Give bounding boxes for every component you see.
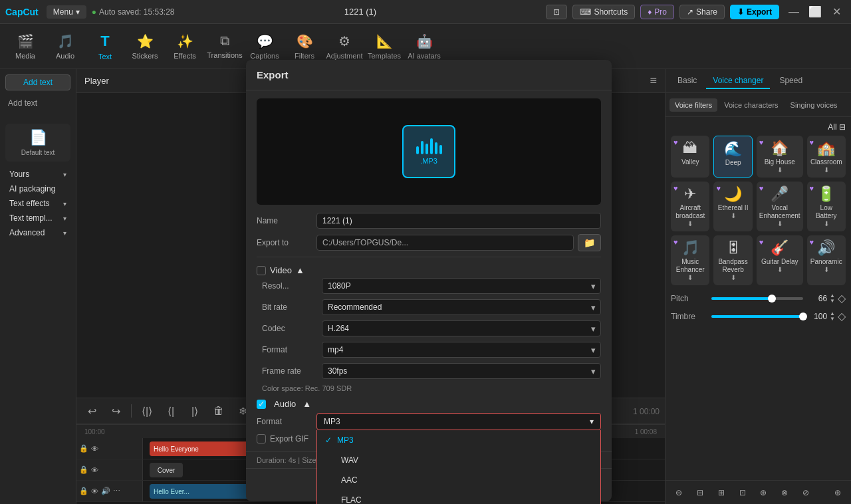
bandpass-dl: ⬇ (716, 274, 749, 281)
audio-format-trigger[interactable]: MP3 ▾ (316, 413, 601, 430)
sidebar-item-text-templates[interactable]: Text templ... ▾ (5, 211, 70, 225)
add-text-button[interactable]: Add text (5, 74, 70, 90)
filter-card-low-battery[interactable]: ♥ 🔋 Low Battery ⬇ (807, 182, 846, 231)
pro-btn[interactable]: ♦ Pro (640, 5, 674, 19)
gif-checkbox[interactable] (257, 434, 266, 443)
bitrate-select[interactable]: Recommended Low High (322, 299, 601, 315)
audio-checkbox[interactable]: ✓ (257, 400, 266, 409)
toolbar-stickers[interactable]: ⭐ Stickers (125, 27, 165, 66)
align-start-btn[interactable]: ⟨| (161, 401, 181, 421)
pitch-track[interactable] (711, 297, 803, 300)
player-menu-icon[interactable]: ≡ (650, 74, 657, 88)
audio-icon: 🎵 (57, 33, 74, 49)
audio-tool-7[interactable]: ⊘ (796, 483, 815, 502)
sub-tab-singing-voices[interactable]: Singing voices (785, 98, 843, 112)
video-checkbox[interactable] (257, 266, 266, 275)
timbre-thumb[interactable] (799, 313, 807, 320)
browse-button[interactable]: 📁 (578, 234, 601, 251)
track-lock-icon-2[interactable]: 🔒 (79, 465, 88, 474)
sub-tab-voice-filters[interactable]: Voice filters (669, 98, 717, 112)
toolbar-media[interactable]: 🎬 Media (5, 27, 45, 66)
filter-card-ethereal[interactable]: ♥ 🌙 Ethereal II ⬇ (713, 182, 752, 231)
undo-btn[interactable]: ↩ (82, 401, 102, 421)
filter-card-music-enhancer[interactable]: ♥ 🎵 Music Enhancer ⬇ (671, 235, 709, 285)
filter-all-btn[interactable]: All ⊟ (828, 122, 846, 132)
filter-card-valley[interactable]: ♥ 🏔 Valley (671, 136, 709, 178)
pitch-thumb[interactable] (768, 295, 776, 303)
filter-card-deep[interactable]: 🌊 Deep (713, 136, 752, 178)
align-end-btn[interactable]: |⟩ (185, 401, 205, 421)
codec-select[interactable]: H.264 H.265 (322, 320, 601, 336)
export-path-text: C:/Users/TOPGUS/De... (316, 235, 574, 251)
timbre-arrows[interactable]: ▲ ▼ (830, 311, 835, 322)
tab-voice-changer[interactable]: Voice changer (706, 73, 770, 89)
autosave-status: ● Auto saved: 15:53:28 (92, 7, 175, 17)
pitch-reset-icon[interactable]: ◇ (838, 292, 846, 305)
audio-tool-4[interactable]: ⊡ (733, 483, 752, 502)
screen-btn[interactable]: ⊡ (546, 5, 567, 19)
name-value[interactable] (316, 213, 601, 229)
filter-card-classroom[interactable]: ♥ 🏫 Classroom ⬇ (807, 136, 846, 178)
pitch-arrows[interactable]: ▲ ▼ (830, 293, 835, 304)
export-gif-label: Export GIF (270, 434, 308, 443)
filter-card-bandpass[interactable]: 🎛 Bandpass Reverb ⬇ (713, 235, 752, 285)
filter-card-aircraft[interactable]: ♥ ✈ Aircraft broadcast ⬇ (671, 182, 709, 231)
filter-card-panoramic[interactable]: ♥ 🔊 Panoramic ⬇ (807, 235, 846, 285)
track-eye-icon[interactable]: 👁 (91, 445, 98, 453)
sidebar-item-advanced[interactable]: Advanced ▾ (5, 225, 70, 240)
redo-btn[interactable]: ↪ (106, 401, 126, 421)
share-btn[interactable]: ↗ Share (679, 5, 725, 19)
track-eye-icon-3[interactable]: 👁 (91, 487, 98, 495)
toolbar-text[interactable]: T Text (85, 27, 125, 66)
track-more-icon[interactable]: ⋯ (113, 487, 120, 495)
close-btn[interactable]: ✕ (827, 3, 846, 21)
track-lock-icon[interactable]: 🔒 (79, 444, 88, 453)
sidebar-item-text-effects[interactable]: Text effects ▾ (5, 196, 70, 211)
tab-basic[interactable]: Basic (671, 73, 703, 89)
dropdown-item-wav[interactable]: WAV (317, 450, 600, 470)
sub-tab-voice-characters[interactable]: Voice characters (719, 98, 783, 112)
maximize-btn[interactable]: ⬜ (806, 3, 824, 21)
audio-tool-expand[interactable]: ⊕ (828, 483, 847, 502)
dropdown-item-aac[interactable]: AAC (317, 470, 600, 490)
audio-tool-1[interactable]: ⊖ (669, 483, 688, 502)
export-btn[interactable]: ⬇ Export (730, 5, 779, 19)
minimize-btn[interactable]: — (785, 3, 803, 21)
video-section-header[interactable]: Video ▲ (257, 263, 601, 278)
menu-button[interactable]: Menu ▾ (47, 5, 86, 19)
track-lock-icon-3[interactable]: 🔒 (79, 487, 88, 495)
timbre-track[interactable] (711, 315, 803, 318)
filter-card-big-house[interactable]: ♥ 🏠 Big House ⬇ (757, 136, 803, 178)
split-btn[interactable]: ⟨|⟩ (137, 401, 157, 421)
toolbar-audio[interactable]: 🎵 Audio (45, 27, 85, 66)
tab-speed[interactable]: Speed (773, 73, 809, 89)
dropdown-item-mp3[interactable]: ✓ MP3 (317, 430, 600, 450)
audio-tool-3[interactable]: ⊞ (712, 483, 731, 502)
format-select[interactable]: mp4 mov (322, 342, 601, 358)
name-input[interactable] (316, 213, 601, 229)
big-house-heart-icon: ♥ (759, 138, 764, 146)
audio-tool-5[interactable]: ⊕ (755, 483, 773, 502)
shortcuts-btn[interactable]: ⌨ Shortcuts (572, 5, 635, 19)
filter-card-guitar[interactable]: ♥ 🎸 Guitar Delay ⬇ (757, 235, 803, 285)
track-eye-icon-2[interactable]: 👁 (91, 466, 98, 474)
resolution-select[interactable]: 1080P 720P 4K (322, 278, 601, 294)
timbre-reset-icon[interactable]: ◇ (838, 310, 846, 322)
filter-grid: ♥ 🏔 Valley 🌊 Deep ♥ 🏠 Big House ⬇ ♥ 🏫 Cl… (671, 136, 846, 285)
toolbar-transitions[interactable]: ⧉ Transitions (205, 27, 245, 66)
dropdown-item-flac[interactable]: FLAC (317, 490, 600, 504)
delete-btn[interactable]: 🗑 (209, 401, 229, 421)
guitar-heart-icon: ♥ (759, 238, 764, 246)
ethereal-icon: 🌙 (716, 186, 749, 203)
cover-clip[interactable]: Cover (150, 463, 183, 477)
audio-tool-2[interactable]: ⊟ (691, 483, 709, 502)
track-vol-icon[interactable]: 🔊 (101, 487, 110, 495)
sidebar-item-yours[interactable]: Yours ▾ (5, 167, 70, 182)
panoramic-dl: ⬇ (810, 266, 843, 273)
toolbar-effects[interactable]: ✨ Effects (165, 27, 205, 66)
modal-body: .MP3 Name Export to C:/Users/TOPGUS/De..… (246, 90, 612, 451)
framerate-select[interactable]: 30fps 24fps 60fps (322, 363, 601, 379)
sidebar-item-ai-packaging[interactable]: AI packaging (5, 182, 70, 196)
filter-card-vocal[interactable]: ♥ 🎤 Vocal Enhancement ⬇ (757, 182, 803, 231)
audio-tool-6[interactable]: ⊗ (775, 483, 794, 502)
